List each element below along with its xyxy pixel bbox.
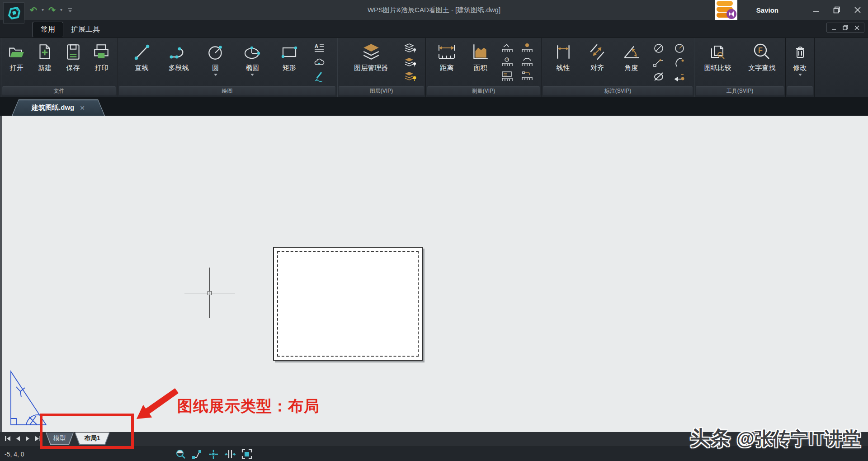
layout-paper-sheet [273, 247, 423, 361]
drawing-compare-button[interactable]: 图纸比较 [697, 41, 739, 72]
doc-close-icon[interactable] [854, 25, 859, 30]
ribbon-tab-row: 常用 扩展工具 [0, 20, 868, 38]
print-icon [92, 41, 111, 63]
watermark-text: 头条 @张传宁IT讲堂 [690, 425, 861, 452]
title-bar: ↶ ▾ ↷ ▾ WPS图片&浩辰CAD看图王 - [建筑图纸.dwg] Savi… [0, 0, 868, 20]
customize-toolbar-icon[interactable] [67, 7, 73, 13]
next-sheet-icon[interactable] [25, 436, 30, 442]
document-tab[interactable]: 建筑图纸.dwg ✕ [12, 99, 105, 116]
ribbon: 打开 新建 [0, 38, 868, 97]
leader-dim-icon[interactable] [653, 56, 665, 68]
previous-sheet-icon[interactable] [15, 436, 21, 442]
close-button[interactable] [847, 0, 868, 20]
print-button[interactable]: 打印 [89, 41, 114, 72]
polyline-icon [169, 41, 189, 63]
watermark-brand: 头条 [690, 427, 731, 449]
group-label-dimension: 标注(SVIP) [543, 86, 693, 95]
linear-dim-button[interactable]: 线性 [551, 41, 576, 72]
title-bar-right: Savion [715, 0, 868, 20]
restore-button[interactable] [826, 0, 847, 20]
polyline-node-icon[interactable] [192, 449, 203, 460]
snap-align-icon[interactable] [224, 449, 236, 460]
minimize-button[interactable] [806, 0, 826, 20]
radius-measure-icon[interactable] [501, 56, 513, 68]
first-sheet-icon[interactable] [5, 436, 11, 442]
polyline-button[interactable]: 多段线 [166, 41, 191, 72]
last-sheet-icon[interactable] [34, 436, 41, 442]
layer-isolate-icon[interactable] [405, 42, 416, 54]
angle-dim-button[interactable]: 角度 [619, 41, 644, 72]
tab-model[interactable]: 模型 [46, 433, 74, 445]
rectangle-icon [279, 41, 299, 63]
modify-dropdown-icon[interactable] [798, 74, 802, 78]
arc-measure-icon[interactable] [521, 56, 533, 68]
document-tab-close-icon[interactable]: ✕ [80, 104, 85, 112]
radius-arrow-icon[interactable] [674, 71, 685, 82]
undo-dropdown-icon[interactable]: ▾ [42, 8, 44, 12]
diameter-symbol-icon[interactable] [653, 71, 665, 82]
layer-extra-tools [405, 42, 416, 82]
app-logo[interactable] [3, 2, 24, 24]
paper-space-ucs-icon [5, 370, 49, 428]
ribbon-group-draw: 直线 多段线 [118, 38, 337, 97]
new-button[interactable]: 新建 [32, 41, 57, 72]
ellipse-dropdown-icon[interactable] [250, 74, 254, 78]
group-label-file: 文件 [2, 86, 116, 95]
aligned-dim-button[interactable]: 对齐 [585, 41, 610, 72]
drawing-canvas[interactable]: 图纸展示类型：布局 [0, 116, 868, 432]
ribbon-tab-common[interactable]: 常用 [33, 22, 63, 38]
undo-button[interactable]: ↶ [30, 6, 37, 14]
node-measure-icon[interactable] [521, 71, 533, 82]
draw-extra-tools: A [313, 42, 325, 82]
document-tab-label: 建筑图纸.dwg [32, 103, 74, 112]
document-tab-bar: 建筑图纸.dwg ✕ [0, 97, 868, 116]
cloud-markup-icon[interactable] [313, 56, 325, 68]
crosshair-center-icon[interactable] [208, 449, 219, 460]
group-label-tools: 工具(SVIP) [696, 86, 784, 95]
distance-button[interactable]: 距离 [434, 41, 459, 72]
ribbon-tab-extended-tools[interactable]: 扩展工具 [63, 22, 108, 37]
group-label-draw: 绘图 [119, 86, 335, 95]
doc-minimize-icon[interactable] [831, 25, 836, 30]
save-button[interactable]: 保存 [61, 41, 86, 72]
ellipse-icon [242, 41, 262, 63]
account-name[interactable]: Savion [756, 6, 778, 14]
redo-dropdown-icon[interactable]: ▾ [60, 8, 62, 12]
modify-button[interactable]: 修改 [788, 41, 813, 78]
zoom-tool-icon[interactable] [175, 449, 186, 460]
text-annotation-icon[interactable]: A [313, 42, 325, 54]
open-button[interactable]: 打开 [4, 41, 29, 72]
diameter-circle-icon[interactable] [653, 42, 665, 54]
new-file-icon [35, 41, 54, 63]
ellipse-button[interactable]: 椭圆 [240, 41, 265, 78]
radius-circle-icon[interactable] [674, 42, 685, 54]
area-button[interactable]: 面积 [467, 41, 493, 72]
point-measure-icon[interactable] [521, 42, 533, 54]
circle-dropdown-icon[interactable] [214, 74, 217, 78]
freehand-pen-icon[interactable] [313, 71, 325, 82]
document-window-controls [826, 23, 864, 33]
rectangle-button[interactable]: 矩形 [277, 41, 302, 72]
layer-manager-button[interactable]: 图层管理器 [346, 41, 396, 72]
circle-button[interactable]: 圆 [203, 41, 228, 78]
text-find-icon: F [752, 41, 772, 63]
layer-manager-icon [361, 41, 382, 63]
printable-area-dashed-border [277, 251, 419, 357]
text-find-button[interactable]: F 文字查找 [741, 41, 783, 72]
dimension-extra-col-2 [674, 42, 685, 82]
arc-dim-icon[interactable] [674, 56, 685, 68]
ribbon-group-layer: 图层管理器 [337, 38, 426, 97]
redo-button[interactable]: ↷ [48, 6, 56, 14]
doc-restore-icon[interactable] [843, 25, 848, 30]
drawing-compare-icon [708, 41, 728, 63]
svg-text:A: A [315, 43, 318, 49]
tab-layout1[interactable]: 布局1 [75, 433, 110, 445]
angle-measure-icon[interactable] [501, 42, 513, 54]
svg-text:F: F [758, 47, 763, 54]
list-measure-icon[interactable] [501, 71, 513, 82]
user-avatar[interactable] [715, 0, 737, 20]
layer-off-icon[interactable] [405, 56, 416, 68]
line-button[interactable]: 直线 [129, 41, 155, 72]
layer-on-icon[interactable] [405, 71, 416, 82]
zoom-extents-icon[interactable] [241, 449, 252, 460]
